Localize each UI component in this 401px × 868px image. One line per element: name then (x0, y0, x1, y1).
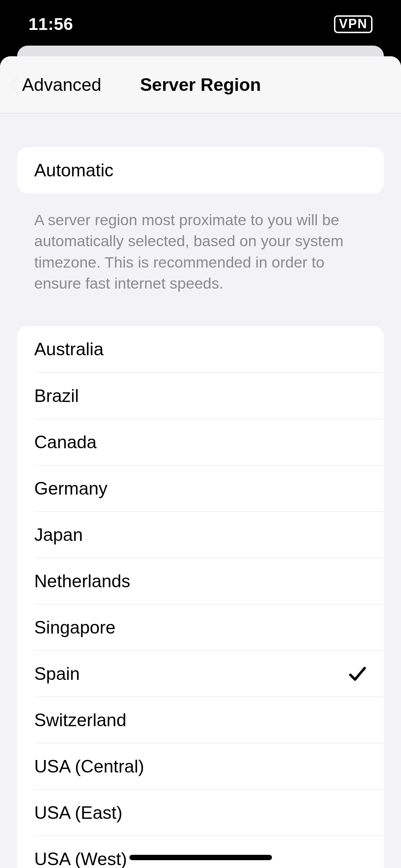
region-row[interactable]: Germany (34, 465, 384, 511)
page-title: Server Region (140, 74, 261, 95)
status-time: 11:56 (29, 14, 73, 34)
content: Automatic A server region most proximate… (0, 147, 401, 868)
region-row[interactable]: Canada (34, 419, 384, 465)
back-label: Advanced (22, 74, 101, 95)
region-label: Japan (34, 525, 83, 545)
region-row[interactable]: Spain (34, 650, 384, 697)
region-label: USA (West) (34, 849, 127, 868)
region-label: USA (East) (34, 802, 122, 823)
region-label: Netherlands (34, 571, 130, 591)
back-button[interactable]: Advanced (9, 56, 101, 113)
region-label: Australia (34, 339, 104, 360)
region-row[interactable]: Switzerland (34, 697, 384, 743)
automatic-section: Automatic (17, 147, 384, 193)
region-label: Singapore (34, 617, 115, 638)
region-row[interactable]: USA (Central) (34, 743, 384, 789)
region-row[interactable]: Singapore (34, 604, 384, 650)
settings-sheet: Advanced Server Region Automatic A serve… (0, 56, 401, 868)
region-label: Germany (34, 478, 108, 499)
region-row[interactable]: Japan (34, 511, 384, 558)
chevron-left-icon (9, 76, 19, 94)
region-label: USA (Central) (34, 756, 144, 777)
automatic-explain: A server region most proximate to you wi… (0, 210, 401, 294)
region-automatic[interactable]: Automatic (17, 147, 384, 193)
navbar: Advanced Server Region (0, 56, 401, 113)
region-row[interactable]: Australia (17, 326, 384, 372)
vpn-badge: VPN (334, 15, 372, 33)
status-bar: 11:56 VPN (0, 0, 401, 48)
region-label: Switzerland (34, 710, 126, 730)
region-row[interactable]: Brazil (34, 372, 384, 419)
region-label: Spain (34, 663, 80, 684)
region-label: Automatic (34, 160, 113, 181)
region-row[interactable]: USA (East) (34, 789, 384, 836)
region-label: Brazil (34, 386, 79, 406)
region-row[interactable]: Netherlands (34, 558, 384, 604)
home-indicator (129, 855, 272, 860)
regions-section: AustraliaBrazilCanadaGermanyJapanNetherl… (17, 326, 384, 868)
region-row[interactable]: USA (West) (34, 836, 384, 868)
checkmark-icon (348, 665, 367, 682)
region-label: Canada (34, 432, 97, 453)
